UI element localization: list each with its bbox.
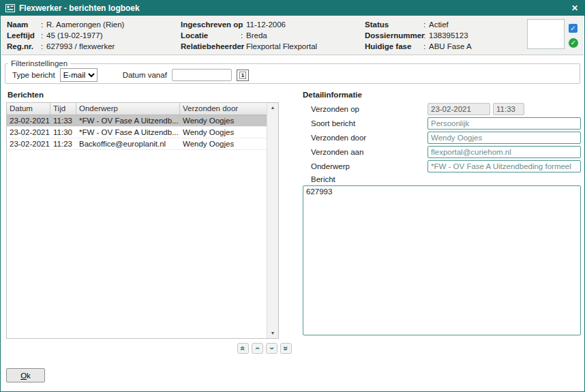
- record-header: Naam:R. Aamerongen (Rien) Leeftijd:45 (1…: [1, 16, 584, 55]
- titlebar[interactable]: Flexwerker - berichten logboek ✕: [1, 1, 584, 16]
- separator: :: [41, 19, 46, 30]
- field-value: Flexportal Flexportal: [246, 41, 317, 52]
- verzonden-door-input[interactable]: [427, 132, 581, 144]
- chevron-up-icon: ‹: [254, 347, 262, 350]
- field-label: Status: [365, 19, 423, 30]
- header-column-2: Ingeschreven op:11-12-2006 Locatie:Breda…: [181, 19, 365, 55]
- scroll-up-arrow-icon[interactable]: ▲: [271, 105, 275, 110]
- cell-verzonden-door: Wendy Oogjes: [180, 127, 267, 138]
- separator: :: [241, 41, 246, 52]
- detail-fields: Verzonden op Soort bericht Verzonden doo…: [303, 102, 581, 174]
- field-value: 138395123: [429, 30, 468, 41]
- header-column-3: Status:Actief Dossiernummer:138395123 Hu…: [365, 19, 527, 55]
- verzonden-aan-input[interactable]: [427, 146, 581, 158]
- cell-onderwerp: Backoffice@europlanit.nl: [76, 138, 180, 149]
- scroll-down-arrow-icon[interactable]: ▼: [271, 331, 275, 336]
- separator: :: [423, 19, 429, 30]
- previous-record-button[interactable]: ‹: [252, 343, 263, 354]
- field-label: Reg.nr.: [7, 41, 41, 52]
- column-header-onderwerp[interactable]: Onderwerp: [76, 103, 180, 115]
- cell-onderwerp: *FW - OV Fase A Uitzendb...: [76, 115, 180, 126]
- table-row[interactable]: 23-02-2021 11:23 Backoffice@europlanit.n…: [7, 138, 267, 150]
- field-label: Dossiernummer: [365, 30, 423, 41]
- cell-tijd: 11:23: [50, 138, 76, 149]
- close-icon[interactable]: ✕: [570, 3, 580, 13]
- header-column-1: Naam:R. Aamerongen (Rien) Leeftijd:45 (1…: [7, 19, 181, 55]
- soort-bericht-label: Soort bericht: [303, 119, 427, 127]
- separator: :: [41, 41, 46, 52]
- onderwerp-label: Onderwerp: [303, 162, 427, 170]
- separator: :: [241, 30, 246, 41]
- cell-datum: 23-02-2021: [7, 127, 50, 138]
- chevron-down-icon: ›: [268, 347, 276, 350]
- field-value: ABU Fase A: [429, 41, 472, 52]
- window-title: Flexwerker - berichten logboek: [19, 3, 566, 13]
- field-value: Actief: [429, 19, 449, 30]
- field-value: 627993 / flexwerker: [46, 41, 115, 52]
- column-header-tijd[interactable]: Tijd: [50, 103, 76, 115]
- type-bericht-label: Type bericht: [12, 71, 55, 79]
- separator: :: [241, 19, 246, 30]
- verzonden-op-date-input[interactable]: [427, 103, 490, 115]
- checkbox-checked-icon[interactable]: ✓: [569, 24, 578, 33]
- next-record-button[interactable]: ›: [266, 343, 278, 354]
- detail-title: Detailinformatie: [303, 91, 362, 99]
- bericht-textarea[interactable]: 627993: [303, 185, 581, 335]
- filter-legend: Filterinstellingen: [8, 59, 70, 67]
- cell-verzonden-door: Wendy Oogjes: [180, 138, 267, 149]
- cell-tijd: 11:30: [50, 127, 76, 138]
- cell-tijd: 11:33: [50, 115, 76, 126]
- field-label: Leeftijd: [7, 30, 41, 41]
- double-chevron-down-icon: »: [282, 346, 290, 351]
- filter-fieldset: Filterinstellingen Type bericht E-mail D…: [5, 59, 580, 84]
- separator: :: [41, 30, 46, 41]
- status-ok-icon: ✓: [569, 38, 578, 48]
- first-record-button[interactable]: «: [237, 343, 249, 354]
- separator: :: [423, 41, 429, 52]
- field-value: 45 (19-02-1977): [46, 30, 102, 41]
- dialog-flexwerker-berichten-logboek: Flexwerker - berichten logboek ✕ Naam:R.…: [0, 0, 585, 392]
- table-row[interactable]: 23-02-2021 11:30 *FW - OV Fase A Uitzend…: [7, 127, 267, 138]
- verzonden-op-time-input[interactable]: [493, 103, 524, 115]
- verzonden-aan-label: Verzonden aan: [303, 148, 427, 156]
- soort-bericht-input[interactable]: [427, 117, 581, 130]
- onderwerp-input[interactable]: [427, 160, 581, 172]
- column-header-datum[interactable]: Datum: [7, 103, 50, 115]
- vertical-scrollbar[interactable]: ▲ ▼: [267, 103, 278, 338]
- verzonden-op-label: Verzonden op: [303, 105, 427, 113]
- datum-vanaf-input[interactable]: [172, 69, 232, 81]
- field-value: R. Aamerongen (Rien): [46, 19, 124, 30]
- table-header-row: Datum Tijd Onderwerp Verzonden door: [7, 103, 267, 115]
- berichten-table: Datum Tijd Onderwerp Verzonden door 23-0…: [6, 102, 279, 339]
- field-label: Huidige fase: [365, 41, 423, 52]
- double-chevron-up-icon: «: [239, 346, 247, 351]
- cell-datum: 23-02-2021: [7, 115, 50, 126]
- bericht-label: Bericht: [311, 175, 335, 183]
- cell-onderwerp: *FW - OV Fase A Uitzendb...: [76, 127, 180, 138]
- separator: :: [423, 30, 429, 41]
- ok-button[interactable]: Ok: [6, 368, 45, 382]
- column-header-verzonden-door[interactable]: Verzonden door: [180, 103, 267, 115]
- cell-verzonden-door: Wendy Oogjes: [180, 115, 267, 126]
- field-value: 11-12-2006: [246, 19, 286, 30]
- window-icon: [5, 4, 15, 12]
- record-navigation: « ‹ › »: [237, 343, 292, 354]
- photo-placeholder: [527, 19, 565, 49]
- field-label: Ingeschreven op: [181, 19, 241, 30]
- last-record-button[interactable]: »: [280, 343, 292, 354]
- datum-vanaf-label: Datum vanaf: [123, 71, 167, 79]
- cell-datum: 23-02-2021: [7, 138, 50, 149]
- calendar-icon[interactable]: 1: [237, 70, 249, 81]
- field-value: Breda: [246, 30, 267, 41]
- field-label: Naam: [7, 19, 41, 30]
- type-bericht-select[interactable]: E-mail: [60, 68, 97, 82]
- table-row[interactable]: 23-02-2021 11:33 *FW - OV Fase A Uitzend…: [7, 115, 267, 127]
- field-label: Locatie: [181, 30, 241, 41]
- status-icons: ✓ ✓: [569, 19, 578, 55]
- verzonden-door-label: Verzonden door: [303, 134, 427, 142]
- field-label: Relatiebeheerder: [181, 41, 241, 52]
- scrollbar-track[interactable]: [267, 110, 278, 331]
- berichten-title: Berichten: [7, 91, 44, 99]
